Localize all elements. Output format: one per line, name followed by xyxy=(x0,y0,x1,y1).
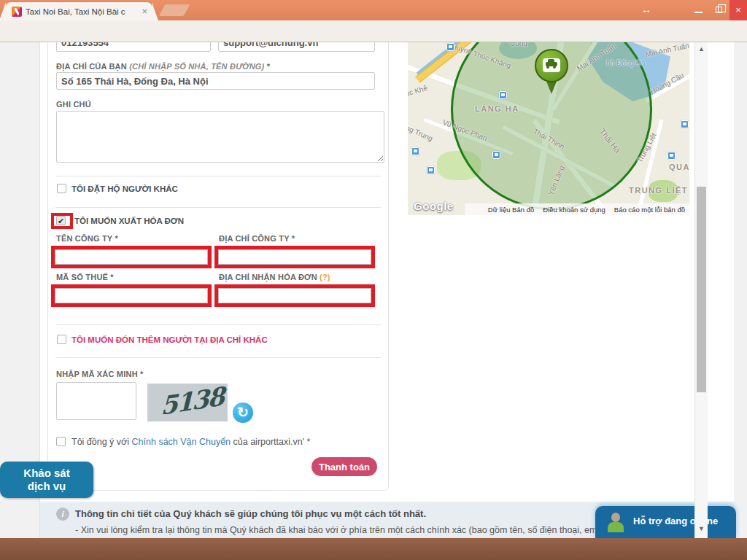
book-for-other-label: TÔI ĐẶT HỘ NGƯỜI KHÁC xyxy=(71,184,178,193)
agree-checkbox[interactable] xyxy=(56,437,66,446)
transit-station-icon[interactable] xyxy=(667,152,676,160)
browser-titlebar: Taxi Noi Bai, Taxi Nội Bài c × ↔ × xyxy=(0,0,747,20)
google-map[interactable]: Huỳnh Thúc Kháng Mai Anh Tuấn Mai Anh Tu… xyxy=(408,42,689,215)
agree-text: Tôi đồng ý với xyxy=(71,437,132,447)
pickup-other-label: TÔI MUỐN ĐÓN THÊM NGƯỜI TẠI ĐỊA CHỈ KHÁC xyxy=(71,335,268,344)
site-favicon xyxy=(12,7,22,17)
support-chat-widget[interactable]: Hỗ trợ đang online xyxy=(595,506,736,538)
map-label: Cống xyxy=(510,42,527,47)
tax-code-label: MÃ SỐ THUẾ * xyxy=(56,273,114,281)
agree-row: Tôi đồng ý với Chính sách Vận Chuyển của… xyxy=(71,437,310,447)
tab-close-icon[interactable]: × xyxy=(142,6,147,17)
window-minimize-button[interactable] xyxy=(689,3,709,18)
address-input[interactable] xyxy=(56,72,375,90)
phone-input[interactable] xyxy=(56,42,211,52)
transit-station-icon[interactable] xyxy=(681,120,689,128)
transit-station-icon[interactable] xyxy=(411,147,419,155)
window-resize-icon[interactable]: ↔ xyxy=(638,4,655,17)
new-tab-button[interactable] xyxy=(159,4,190,16)
scroll-down-icon[interactable]: ▼ xyxy=(698,525,705,532)
company-name-input[interactable] xyxy=(55,249,208,265)
map-data-link[interactable]: Dữ liệu Bản đồ xyxy=(488,206,534,214)
scroll-up-icon[interactable]: ▲ xyxy=(698,45,705,52)
info-icon: i xyxy=(56,508,69,521)
policy-link[interactable]: Chính sách Vận Chuyển xyxy=(132,437,231,447)
map-label: QUA xyxy=(669,163,689,171)
windows-taskbar: S ✆ FFa FFa ✚ V ✔ ⇄ ENG 3:56 PM xyxy=(0,538,747,560)
captcha-refresh-icon[interactable]: ↻ xyxy=(233,402,253,423)
browser-toolbar: ← → ↻ airporttaxi.vn/home/info?airport=1… xyxy=(0,20,747,42)
invoice-label: TÔI MUỐN XUẤT HÓA ĐƠN xyxy=(74,217,184,225)
invoice-checkbox[interactable]: ✔ xyxy=(56,216,66,225)
note-textarea[interactable] xyxy=(56,111,384,163)
pay-button[interactable]: Thanh toán xyxy=(311,457,377,476)
tax-code-input[interactable] xyxy=(55,288,208,303)
page-content: ĐỊA CHỈ CỦA BẠN (CHỈ NHẬP SỐ NHÀ, TÊN ĐƯ… xyxy=(39,42,734,538)
note-label: GHI CHÚ xyxy=(56,100,91,109)
map-label: úc Khê xyxy=(408,84,428,98)
check-icon: ✔ xyxy=(58,217,64,225)
company-address-label: ĐỊA CHỈ CÔNG TY * xyxy=(219,234,295,243)
transit-station-icon[interactable] xyxy=(446,43,454,51)
invoice-address-field-highlight xyxy=(214,284,375,307)
address-label: ĐỊA CHỈ CỦA BẠN (CHỈ NHẬP SỐ NHÀ, TÊN ĐƯ… xyxy=(56,62,270,71)
divider xyxy=(55,176,381,176)
map-label: LÁNG HẠ xyxy=(475,104,519,113)
window-maximize-button[interactable] xyxy=(709,3,729,18)
captcha-input[interactable] xyxy=(56,382,136,420)
info-heading: Thông tin chi tiết của Quý khách sẽ giúp… xyxy=(75,508,426,519)
pin-car-badge xyxy=(543,58,560,72)
terms-link[interactable]: Điều khoản sử dụng xyxy=(543,206,605,214)
email-input[interactable] xyxy=(218,42,375,52)
map-label: TRUNG LIỆT xyxy=(629,186,688,195)
company-name-field-highlight xyxy=(51,246,212,268)
transit-station-icon[interactable] xyxy=(499,91,507,99)
pickup-other-checkbox[interactable] xyxy=(57,335,66,344)
map-attribution: Dữ liệu Bản đồ Điều khoản sử dụng Báo cá… xyxy=(465,203,689,215)
address-label-note: (CHỈ NHẬP SỐ NHÀ, TÊN ĐƯỜNG) xyxy=(129,62,264,71)
info-detail: - Xin vui lòng kiểm tra lại thông tin mà… xyxy=(75,525,616,535)
transit-station-icon[interactable] xyxy=(492,151,500,159)
agree-text-suffix: của airporttaxi.vn' * xyxy=(231,437,310,447)
pickup-location-pin[interactable] xyxy=(535,49,568,97)
tax-code-field-highlight xyxy=(51,284,212,307)
captcha-code: 5138 xyxy=(160,384,223,421)
divider xyxy=(55,207,381,208)
company-address-input[interactable] xyxy=(218,249,371,265)
company-address-field-highlight xyxy=(214,246,375,268)
captcha-label: NHẬP MÃ XÁC MINH * xyxy=(56,370,144,378)
scrollbar-thumb[interactable] xyxy=(697,187,706,392)
company-name-label: TÊN CÔNG TY * xyxy=(56,234,118,243)
report-error-link[interactable]: Báo cáo một lỗi bản đồ xyxy=(614,206,685,214)
survey-line1: Khảo sát xyxy=(0,467,93,480)
invoice-address-input[interactable] xyxy=(218,288,371,303)
window-close-button[interactable]: × xyxy=(729,0,747,20)
map-label: hồ Đống Đa xyxy=(606,59,645,67)
transit-station-icon[interactable] xyxy=(427,166,435,174)
page-viewport: ĐỊA CHỈ CỦA BẠN (CHỈ NHẬP SỐ NHÀ, TÊN ĐƯ… xyxy=(0,42,747,538)
page-scrollbar[interactable]: ▲ ▼ xyxy=(694,42,708,538)
invoice-address-label: ĐỊA CHỈ NHẬN HÓA ĐƠN (?) xyxy=(219,273,330,281)
booking-form-card: ĐỊA CHỈ CỦA BẠN (CHỈ NHẬP SỐ NHÀ, TÊN ĐƯ… xyxy=(47,42,389,491)
tab-title: Taxi Noi Bai, Taxi Nội Bài c xyxy=(26,7,139,16)
divider xyxy=(55,324,381,325)
map-label: ng Trung xyxy=(408,123,434,142)
browser-tab[interactable]: Taxi Noi Bai, Taxi Nội Bài c × xyxy=(6,2,152,20)
divider xyxy=(55,357,381,358)
survey-button[interactable]: Khảo sát dịch vụ xyxy=(0,462,93,498)
survey-line2: dịch vụ xyxy=(0,480,93,493)
google-logo: Google xyxy=(414,200,454,212)
help-icon[interactable]: (?) xyxy=(320,273,330,281)
car-icon xyxy=(546,62,557,66)
book-for-other-checkbox[interactable] xyxy=(57,184,66,193)
support-agent-avatar xyxy=(605,512,626,532)
captcha-image: 5138 xyxy=(147,384,228,421)
